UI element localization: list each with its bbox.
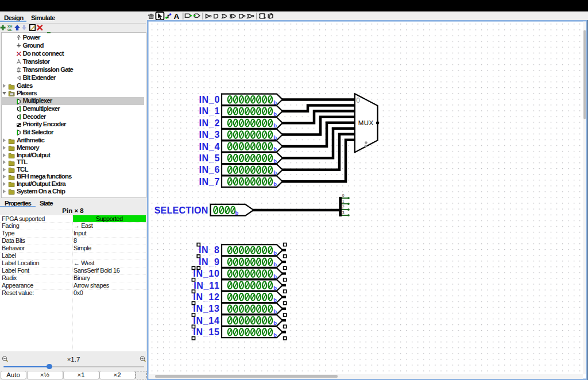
svg-text:b: b — [273, 261, 277, 267]
svg-text:b: b — [273, 146, 277, 152]
svg-text:OL: OL — [7, 28, 13, 32]
svg-text:IN_14: IN_14 — [193, 315, 219, 325]
svg-text:3: 3 — [342, 210, 345, 214]
svg-text:b: b — [273, 285, 277, 291]
svg-text:b: b — [273, 308, 277, 315]
svg-text:b: b — [273, 296, 277, 303]
svg-text:b: b — [273, 169, 277, 176]
svg-text:IN_5: IN_5 — [199, 153, 220, 163]
svg-text:b: b — [273, 111, 277, 117]
svg-text:MUX: MUX — [358, 119, 374, 126]
svg-text:IN_11: IN_11 — [194, 280, 219, 290]
svg-text:b: b — [273, 99, 277, 105]
svg-text:IN_1: IN_1 — [199, 106, 220, 116]
svg-text:b: b — [273, 250, 277, 256]
svg-text:IN_3: IN_3 — [199, 130, 220, 139]
svg-text:IN_2: IN_2 — [199, 118, 220, 127]
svg-text:IN_0: IN_0 — [199, 95, 220, 104]
svg-text:2: 2 — [342, 204, 345, 208]
svg-text:IN_6: IN_6 — [199, 165, 220, 175]
svg-text:IN_9: IN_9 — [199, 257, 220, 266]
svg-text:0: 0 — [356, 96, 360, 104]
svg-text:b: b — [273, 157, 277, 164]
svg-text:b: b — [273, 134, 277, 140]
svg-text:SELECTION: SELECTION — [154, 205, 208, 215]
svg-text:IN_13: IN_13 — [193, 304, 219, 313]
svg-text:IN_4: IN_4 — [199, 141, 220, 151]
svg-text:IN_12: IN_12 — [193, 292, 219, 302]
svg-text:A: A — [174, 11, 180, 20]
svg-text:0: 0 — [342, 193, 345, 197]
svg-text:IN_8: IN_8 — [199, 245, 220, 255]
svg-text:IN_10: IN_10 — [193, 269, 219, 278]
svg-text:b: b — [273, 273, 277, 279]
svg-text:IN_15: IN_15 — [193, 327, 219, 337]
svg-text:1: 1 — [342, 199, 345, 203]
svg-text:b: b — [273, 122, 277, 129]
svg-text:b: b — [273, 320, 277, 326]
svg-text:IN_7: IN_7 — [199, 176, 220, 186]
svg-text:b: b — [273, 181, 277, 187]
svg-text:b: b — [235, 210, 239, 216]
svg-text:b: b — [273, 331, 277, 338]
